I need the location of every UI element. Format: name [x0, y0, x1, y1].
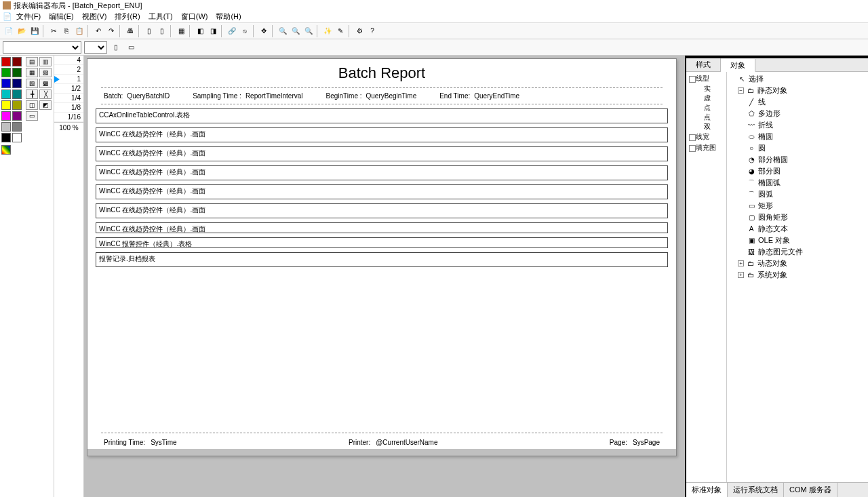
save-button[interactable]: 💾	[28, 25, 41, 37]
end-value[interactable]: QueryEndTime	[474, 92, 519, 100]
zoom-step-1-16[interactable]: 1/16	[54, 113, 83, 122]
obj-static-text[interactable]: A静态文本	[728, 223, 867, 235]
font-combo[interactable]	[3, 41, 81, 54]
zoom-step-4[interactable]: 4	[54, 56, 83, 65]
color-swatch[interactable]	[12, 79, 22, 88]
sampling-value[interactable]: ReportTimeInterval	[245, 92, 303, 100]
zoom-in-button[interactable]: 🔍	[277, 25, 289, 37]
obj-metafile[interactable]: 🖼静态图元文件	[728, 246, 867, 258]
color-swatch[interactable]	[12, 111, 22, 121]
zoom-step-1-4[interactable]: 1/4	[54, 94, 83, 103]
obj-partial-ellipse[interactable]: ◔部分椭圆	[728, 154, 867, 165]
obj-arc[interactable]: ⌒圆弧	[728, 188, 867, 200]
open-button[interactable]: 📂	[16, 25, 28, 37]
printer-value[interactable]: @CurrentUserName	[376, 439, 437, 446]
design-canvas[interactable]: Batch Report Batch: QueryBatchID Samplin…	[84, 56, 685, 497]
obj-static-group[interactable]: −🗀静态对象	[728, 85, 867, 96]
color-swatch[interactable]	[1, 57, 11, 66]
color-swatch[interactable]	[12, 133, 22, 142]
unlink-button[interactable]: ⍉	[239, 25, 251, 37]
zoom-step-1[interactable]: 1	[54, 75, 83, 84]
tab-style[interactable]: 样式	[686, 58, 721, 71]
tool-a2[interactable]: ▥	[39, 57, 52, 66]
custom-color-button[interactable]	[1, 145, 11, 155]
tool-e1[interactable]: ◫	[26, 100, 38, 110]
undo-button[interactable]: ↶	[92, 25, 104, 37]
align-center-button[interactable]: ▯	[156, 25, 168, 37]
layout-2-button[interactable]: ◨	[207, 25, 219, 37]
print-button[interactable]: 🖶	[124, 25, 136, 37]
report-block[interactable]: WinCC 在线趋势控件（经典）.画面	[96, 165, 668, 180]
tool-d2[interactable]: ╳	[39, 90, 52, 99]
tool-b2[interactable]: ▧	[39, 68, 52, 77]
tool-f1[interactable]: ▭	[26, 111, 38, 121]
style-dot[interactable]: 点	[688, 103, 725, 113]
zoom-step-1-8[interactable]: 1/8	[54, 103, 83, 113]
new-button[interactable]: 📄	[3, 25, 15, 37]
report-block[interactable]: 报警记录.归档报表	[96, 252, 668, 267]
layout-1-button[interactable]: ◧	[194, 25, 206, 37]
color-swatch[interactable]	[12, 90, 22, 99]
color-swatch[interactable]	[1, 100, 11, 110]
color-swatch[interactable]	[12, 68, 22, 77]
align-left-button[interactable]: ▯	[143, 25, 155, 37]
style-fill[interactable]: 填充图	[688, 142, 725, 153]
obj-select[interactable]: ↖选择	[728, 73, 867, 85]
page-value[interactable]: SysPage	[633, 439, 660, 446]
help-button[interactable]: ?	[366, 25, 378, 37]
edit-tool-button[interactable]: ✎	[334, 25, 347, 37]
obj-system-group[interactable]: +🗀系统对象	[728, 269, 867, 281]
report-block[interactable]: WinCC 在线趋势控件（经典）.画面	[96, 222, 668, 233]
obj-ellipse[interactable]: ⬭椭圆	[728, 131, 867, 142]
obj-round-rect[interactable]: ▢圆角矩形	[728, 212, 867, 223]
obj-rect[interactable]: ▭矩形	[728, 200, 867, 212]
style-linewidth[interactable]: 线宽	[688, 132, 725, 142]
zoom-out-button[interactable]: 🔍	[290, 25, 302, 37]
size-combo[interactable]	[84, 41, 107, 54]
cut-button[interactable]: ✂	[47, 25, 60, 37]
expand-icon[interactable]: +	[738, 272, 744, 278]
batch-value[interactable]: QueryBatchID	[127, 92, 170, 100]
collapse-icon[interactable]: −	[738, 87, 744, 94]
expand-icon[interactable]: +	[738, 260, 744, 266]
grid-button[interactable]: ▦	[175, 25, 187, 37]
redo-button[interactable]: ↷	[105, 25, 117, 37]
color-swatch[interactable]	[1, 90, 11, 99]
obj-ellipse-arc[interactable]: ⌒椭圆弧	[728, 177, 867, 188]
report-block[interactable]: WinCC 报警控件（经典）.表格	[96, 237, 668, 248]
obj-polygon[interactable]: ⬠多边形	[728, 108, 867, 119]
menu-tools[interactable]: 工具(T)	[144, 10, 177, 23]
zoom-step-2[interactable]: 2	[54, 65, 83, 75]
tab-runtime-docs[interactable]: 运行系统文档	[728, 483, 784, 497]
orient-portrait-button[interactable]: ▯	[110, 41, 122, 54]
menu-view[interactable]: 视图(V)	[78, 10, 111, 23]
color-swatch[interactable]	[1, 122, 11, 132]
orient-landscape-button[interactable]: ▭	[125, 41, 137, 54]
tool-c1[interactable]: ▨	[26, 79, 38, 88]
tab-standard-objects[interactable]: 标准对象	[686, 483, 728, 497]
color-swatch[interactable]	[1, 68, 11, 77]
tab-object[interactable]: 对象	[721, 59, 755, 72]
zoom-fit-button[interactable]: ✥	[258, 25, 270, 37]
report-block[interactable]: WinCC 在线趋势控件（经典）.画面	[96, 127, 668, 142]
style-solid[interactable]: 实	[688, 84, 725, 94]
props-button[interactable]: ⚙	[353, 25, 366, 37]
tab-com-server[interactable]: COM 服务器	[784, 483, 837, 497]
report-title[interactable]: Batch Report	[87, 64, 676, 82]
copy-button[interactable]: ⎘	[60, 25, 73, 37]
report-block[interactable]: WinCC 在线趋势控件（经典）.画面	[96, 184, 668, 199]
report-block[interactable]: CCAxOnlineTableControl.表格	[96, 108, 668, 123]
style-dot2[interactable]: 点	[688, 113, 725, 122]
menu-help[interactable]: 帮助(H)	[212, 10, 245, 23]
color-swatch[interactable]	[12, 122, 22, 132]
color-swatch[interactable]	[12, 100, 22, 110]
tool-b1[interactable]: ▦	[26, 68, 38, 77]
menu-arrange[interactable]: 排列(R)	[111, 10, 144, 23]
style-dash[interactable]: 虚	[688, 94, 725, 103]
menu-file[interactable]: 文件(F)	[12, 10, 45, 23]
zoom-step-1-2[interactable]: 1/2	[54, 84, 83, 94]
link-button[interactable]: 🔗	[226, 25, 238, 37]
obj-partial-circle[interactable]: ◕部分圆	[728, 165, 867, 177]
tool-d1[interactable]: ╋	[26, 90, 38, 99]
tool-a1[interactable]: ▤	[26, 57, 38, 66]
